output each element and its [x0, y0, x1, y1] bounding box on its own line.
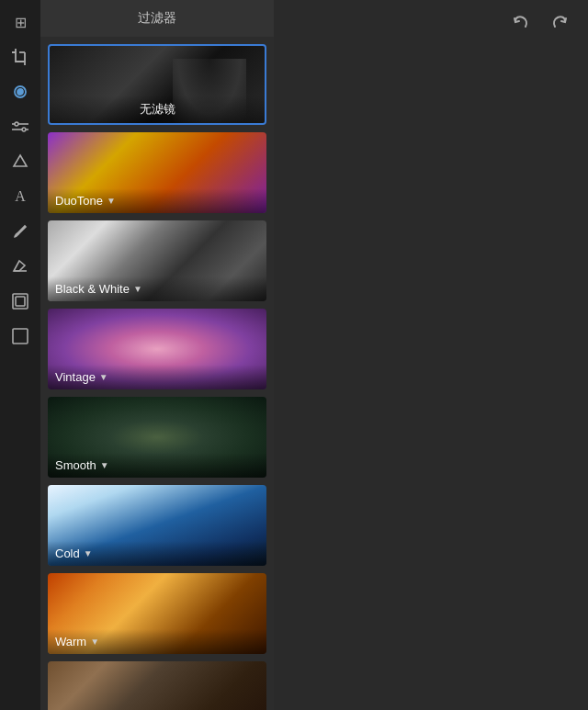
layers-icon[interactable]: ⊞ [6, 7, 35, 37]
filter-label-vintage: Vintage ▼ [48, 365, 266, 389]
filter-label-warm: Warm ▼ [48, 629, 266, 654]
filter-item-cold[interactable]: Cold ▼ [48, 485, 266, 566]
filter-panel: 过滤器 无滤镜 DuoTone ▼ Black & White ▼ Vint [40, 0, 274, 710]
filter-label-duotone: DuoTone ▼ [48, 188, 266, 213]
eraser-icon[interactable] [6, 252, 35, 281]
border-icon[interactable] [6, 321, 35, 351]
top-toolbar [507, 9, 573, 37]
filter-label-cold: Cold ▼ [48, 541, 266, 566]
svg-point-2 [17, 89, 23, 95]
svg-rect-11 [16, 297, 25, 306]
dropdown-icon-smooth: ▼ [100, 460, 109, 470]
brush-icon[interactable] [6, 217, 35, 246]
filter-item-smooth[interactable]: Smooth ▼ [48, 397, 266, 478]
filter-label-smooth: Smooth ▼ [48, 453, 266, 478]
filter-item-vintage[interactable]: Vintage ▼ [48, 309, 266, 389]
filter-item-legacy[interactable]: Legacy ▼ [48, 661, 266, 710]
icon-bar: ⊞ A [0, 0, 40, 710]
filter-item-warm[interactable]: Warm ▼ [48, 573, 266, 654]
crop-icon[interactable] [6, 42, 35, 72]
svg-point-4 [22, 128, 26, 131]
filter-label-no-filter: 无滤镜 [50, 96, 265, 123]
filter-label-bw: Black & White ▼ [48, 276, 266, 301]
svg-rect-12 [13, 329, 28, 344]
undo-button[interactable] [507, 9, 535, 37]
filter-item-duotone[interactable]: DuoTone ▼ [48, 132, 266, 213]
dropdown-icon-bw: ▼ [133, 284, 142, 294]
filter-list: 无滤镜 DuoTone ▼ Black & White ▼ Vintage ▼ [40, 37, 274, 710]
dropdown-icon-vintage: ▼ [99, 372, 108, 382]
dropdown-icon-duotone: ▼ [107, 196, 116, 206]
adjust-icon[interactable] [6, 112, 35, 141]
filter-panel-title: 过滤器 [40, 0, 274, 37]
text-icon[interactable]: A [6, 182, 35, 211]
frame-icon[interactable] [6, 287, 35, 316]
watermark-icon[interactable] [6, 147, 35, 176]
dropdown-icon-cold: ▼ [84, 548, 93, 558]
filter-item-no-filter[interactable]: 无滤镜 [48, 44, 266, 125]
dropdown-icon-warm: ▼ [90, 637, 99, 647]
filter-icon[interactable] [6, 77, 35, 107]
filter-item-bw[interactable]: Black & White ▼ [48, 220, 266, 301]
svg-point-3 [15, 122, 18, 126]
main-area [274, 0, 588, 710]
redo-button[interactable] [546, 9, 573, 37]
